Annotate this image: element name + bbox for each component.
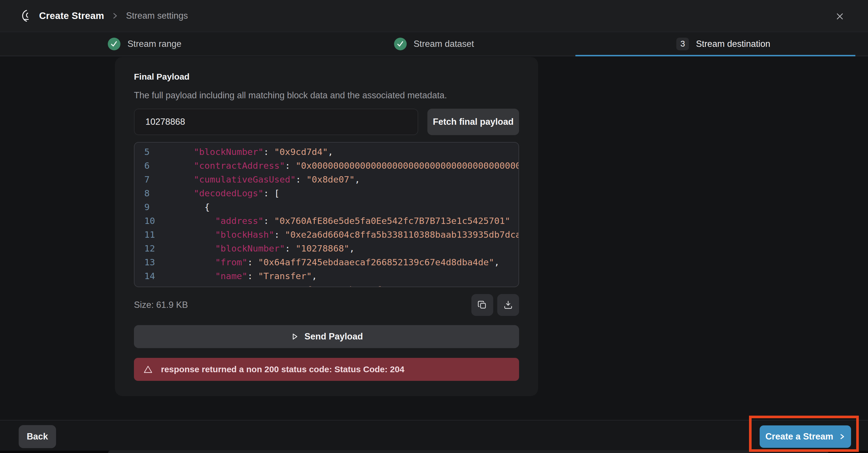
modal-footer: Back Create a Stream [0, 420, 868, 451]
tab-stream-dataset[interactable]: Stream dataset [289, 32, 579, 56]
code-line: 5 "blockNumber": "0x9cd7d4", [144, 145, 519, 159]
block-number-input[interactable] [134, 109, 418, 135]
download-icon [503, 300, 513, 310]
tab-stream-destination[interactable]: 3 Stream destination [579, 32, 868, 56]
block-input-row: Fetch final payload [134, 109, 519, 135]
play-icon [290, 332, 299, 341]
code-line: 15 "to": "0x96a41097fc839448b2591fac2978… [144, 283, 519, 287]
size-row: Size: 61.9 KB [134, 294, 519, 316]
tab-label: Stream destination [696, 39, 770, 49]
warning-triangle-icon [143, 364, 153, 374]
code-line: 11 "blockHash": "0xe2a6d6604c8ffa5b33811… [144, 228, 519, 241]
code-line: 14 "name": "Transfer", [144, 269, 519, 283]
error-banner: response returned a non 200 status code:… [134, 358, 519, 381]
tab-label: Stream range [127, 39, 181, 49]
final-payload-panel: Final Payload The full payload including… [115, 57, 538, 396]
page-behind-card-edge [108, 450, 828, 453]
code-line: 8 "decodedLogs": [ [144, 186, 519, 200]
code-line: 7 "cumulativeGasUsed": "0x8de07", [144, 173, 519, 186]
back-button[interactable]: Back [19, 425, 56, 448]
download-button[interactable] [497, 294, 519, 316]
create-stream-button[interactable]: Create a Stream [760, 425, 851, 448]
step-complete-check-icon [108, 38, 120, 50]
copy-icon [477, 300, 488, 310]
code-viewer[interactable]: 5 "blockNumber": "0x9cd7d4",6 "contractA… [134, 142, 519, 287]
modal-header: Create Stream Stream settings [0, 0, 868, 32]
tab-label: Stream dataset [413, 39, 474, 49]
chevron-right-icon [839, 432, 845, 441]
stepper-tabs: Stream range Stream dataset 3 Stream des… [0, 32, 868, 56]
code-line: 9 { [144, 200, 519, 214]
code-line: 12 "blockNumber": "10278868", [144, 241, 519, 255]
fetch-final-payload-button[interactable]: Fetch final payload [427, 109, 519, 135]
panel-description: The full payload including all matching … [134, 90, 519, 100]
close-icon[interactable] [835, 11, 845, 22]
code-line: 13 "from": "0x64aff7245ebdaaecaf26685213… [144, 255, 519, 269]
step-complete-check-icon [394, 38, 407, 50]
create-stream-label: Create a Stream [765, 431, 833, 442]
code-line: 6 "contractAddress": "0x0000000000000000… [144, 159, 519, 173]
breadcrumb-chevron-icon [112, 11, 118, 21]
active-tab-underline [576, 55, 855, 56]
code-line: 10 "address": "0x760AfE86e5de5fa0Ee542fc… [144, 214, 519, 228]
copy-button[interactable] [471, 294, 493, 316]
tab-stream-range[interactable]: Stream range [0, 32, 289, 56]
stream-logo-icon [19, 9, 32, 23]
payload-size-label: Size: 61.9 KB [134, 300, 188, 310]
send-payload-button[interactable]: Send Payload [134, 325, 519, 348]
error-message: response returned a non 200 status code:… [161, 364, 404, 374]
panel-title: Final Payload [134, 72, 519, 82]
page-title: Create Stream [39, 10, 104, 21]
breadcrumb: Stream settings [126, 11, 188, 21]
send-payload-label: Send Payload [304, 331, 363, 342]
step-number-badge: 3 [676, 38, 689, 50]
